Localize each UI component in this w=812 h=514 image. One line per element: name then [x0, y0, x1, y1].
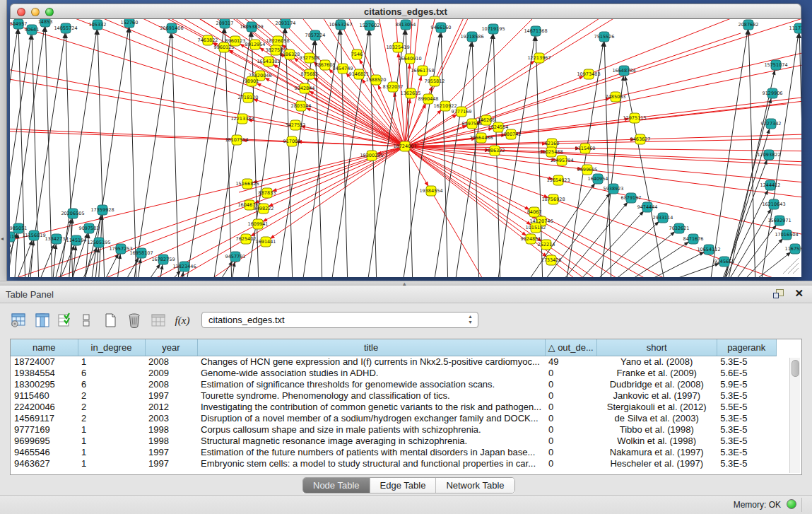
graph-node-label: 20691406 [160, 25, 183, 31]
cell: Wolkin et al. (1998) [596, 436, 717, 447]
table-row[interactable]: 946554611997Estimation of the future num… [11, 447, 776, 458]
panel-expand-arrow-icon[interactable]: ◂ [1, 235, 4, 242]
edge [624, 71, 666, 277]
graph-node-label: 3427552 [286, 122, 306, 128]
cell: 18300295 [11, 379, 78, 390]
edge [405, 146, 536, 277]
table-row[interactable]: 2242004622012Investigating the contribut… [11, 402, 776, 413]
column-header-name[interactable]: name [11, 339, 78, 356]
table-select-dropdown[interactable]: citations_edges.txt ▲▼ [201, 312, 478, 328]
table-row[interactable]: 946362711997Embryonic stem cells: a mode… [11, 458, 776, 469]
edge [441, 28, 448, 277]
arrowhead-icon [98, 215, 102, 220]
column-header-in_degree[interactable]: in_degree [78, 339, 145, 356]
cell: 2008 [145, 356, 197, 368]
table-row[interactable]: 911546021997Tourette syndrome. Phenomeno… [11, 390, 776, 402]
row-height-button[interactable] [76, 310, 96, 330]
function-builder-button[interactable]: f(x) [172, 310, 192, 330]
graph-node-label: 105332 [89, 22, 107, 28]
table-row[interactable]: 977716911998Corpus callosum shape and si… [11, 424, 776, 436]
graph-node-label: 18325419 [386, 45, 409, 50]
cell: 1 [78, 458, 145, 469]
cell: 0 [545, 368, 596, 379]
cell: 0 [545, 447, 596, 458]
table-row[interactable]: 1938455462009Genome-wide association stu… [11, 368, 776, 379]
tab-node-table[interactable]: Node Table [303, 478, 370, 493]
cell: 1 [78, 356, 145, 368]
table-mode-button[interactable] [8, 310, 28, 330]
cell: 6 [78, 379, 145, 390]
column-header-short[interactable]: short [596, 339, 717, 356]
graph-node-label: 10654112 [697, 247, 720, 252]
graph-node-label: 9245652 [714, 259, 735, 264]
cell: Stergiakouli et al. (2012) [596, 402, 717, 413]
graph-node-label: 15166825 [235, 181, 259, 187]
citation-network-graph[interactable]: 2049579064114853140557241053321527602069… [10, 19, 801, 277]
float-panel-icon[interactable] [773, 289, 784, 299]
node-table-grid[interactable]: namein_degreeyeartitle△ out_de...shortpa… [11, 339, 777, 469]
column-header-out_de[interactable]: △ out_de... [545, 339, 596, 356]
graph-node-label: 8186328 [280, 52, 300, 57]
table-row[interactable]: 1830029562008Estimation of significance … [11, 379, 776, 390]
network-window-title: citations_edges.txt [11, 6, 801, 17]
edge [405, 146, 758, 277]
tab-network-table[interactable]: Network Table [436, 478, 514, 493]
create-column-button[interactable] [100, 310, 120, 330]
graph-node-label: 10653267 [329, 22, 352, 28]
vertical-scrollbar[interactable] [789, 358, 800, 473]
edge [748, 25, 755, 277]
cell: 5.3E-5 [717, 447, 776, 458]
table-panel-header: Table Panel ✕ [0, 286, 812, 303]
graph-node-label: 16648784 [612, 68, 635, 74]
graph-node-label: 16958107 [129, 250, 153, 256]
cell: 0 [545, 402, 596, 413]
cell: de Silva et al. (2003) [596, 413, 717, 424]
panel-splitter[interactable]: ▴ [0, 281, 812, 286]
graph-node-label: 8912954 [245, 42, 266, 47]
table-disabled-icon [151, 313, 166, 328]
edge [589, 218, 663, 277]
column-header-pagerank[interactable]: pagerank [717, 339, 776, 356]
tab-edge-table[interactable]: Edge Table [370, 478, 437, 493]
table-row[interactable]: 969969511998Structural magnetic resonanc… [11, 436, 776, 447]
node-table[interactable]: namein_degreeyeartitle△ out_de...shortpa… [10, 339, 802, 475]
cell: 1997 [145, 458, 197, 469]
edge [635, 250, 709, 277]
table-panel-title: Table Panel [6, 289, 54, 300]
arrowhead-icon [408, 98, 411, 103]
graph-node-label: 9463627 [630, 136, 651, 142]
table-row[interactable]: 1456911722003Disruption of a novel membe… [11, 413, 776, 424]
network-canvas[interactable]: 2049579064114853140557241053321527602069… [10, 19, 801, 277]
collapsed-left-panel[interactable]: ◂ [0, 0, 7, 281]
graph-node-label: 917008 [283, 139, 301, 144]
network-window[interactable]: citations_edges.txt 20495790641148531405… [10, 4, 801, 277]
select-columns-button[interactable] [55, 310, 75, 330]
table-type-segmented-control[interactable]: Node Table Edge Table Network Table [302, 477, 515, 493]
cell: 5.5E-5 [717, 402, 776, 413]
table-toolbar: f(x) citations_edges.txt ▲▼ [0, 303, 812, 339]
arrowhead-icon [378, 84, 382, 89]
network-window-titlebar[interactable]: citations_edges.txt [10, 4, 801, 19]
table-row[interactable]: 1872400712008Changes of HCN gene express… [11, 356, 776, 368]
graph-node-label: 90641 [25, 27, 40, 33]
scrollbar-thumb[interactable] [792, 360, 799, 377]
graph-node-label: 20206505 [61, 211, 84, 216]
graph-node-label: 15495794 [550, 158, 573, 163]
column-header-year[interactable]: year [145, 339, 197, 356]
import-table-button[interactable] [148, 310, 168, 330]
edge [405, 146, 796, 277]
close-panel-icon[interactable]: ✕ [794, 287, 804, 300]
graph-node-label: 9097583 [79, 226, 100, 231]
cell: Dudbridge et al. (2008) [596, 379, 717, 390]
resize-grip-icon[interactable] [793, 268, 799, 274]
column-header-title[interactable]: title [197, 339, 545, 356]
cytoscape-desktop: ◂ citations_edges.txt 204957906411485314… [0, 0, 812, 281]
cell: Corpus callosum shape and size in male p… [197, 424, 545, 436]
cell: Genome-wide association studies in ADHD. [197, 368, 545, 379]
delete-column-button[interactable] [124, 310, 144, 330]
graph-node-label: 15751074 [764, 62, 787, 68]
show-columns-button[interactable] [33, 310, 52, 330]
resize-grip-icon[interactable] [788, 263, 799, 274]
graph-node-label: 1080742 [501, 132, 522, 137]
graph-node-label: 985051 [10, 226, 27, 231]
